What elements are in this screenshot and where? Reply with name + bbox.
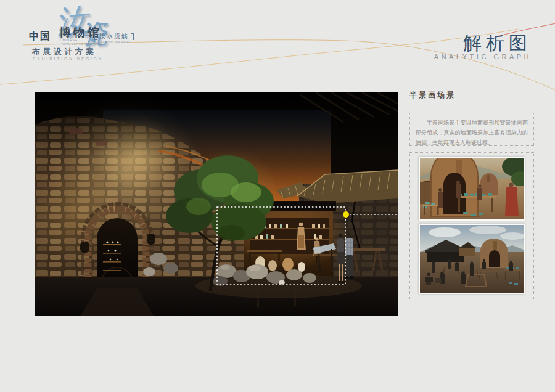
bracket-right (131, 33, 134, 40)
reference-image-workshop (419, 224, 525, 294)
logo-country: 中国 (29, 30, 51, 43)
logo-slogan: 汝水流觞 (94, 32, 134, 41)
leader-line-outer (398, 214, 409, 214)
logo-program-title-en: EXHIBITION DESIGN (33, 57, 104, 61)
main-render-image (35, 92, 398, 316)
page-title: 解析图 (347, 31, 532, 56)
logo-slogan-en: See from the water (99, 40, 130, 44)
marker-dot (343, 211, 349, 218)
page-subtitle: ANALYTIC GRAPH (347, 53, 532, 60)
bracket-left (94, 33, 97, 40)
reference-image-kiln (419, 157, 525, 221)
panel-section-title: 半景画场景 (409, 90, 456, 100)
description-box: 半景画场景主要以地面塑形和背景油画两部分组成，真实的地面场景加上富有渲染力的油画… (409, 113, 534, 146)
museum-logo: 汝 瓷 中国 博物馆 CHINESEPORCELAIN MUSEUM 汝水流觞 … (0, 0, 185, 68)
logo-program-title: 布展设计方案 (32, 47, 97, 57)
presentation-page: 汝 瓷 中国 博物馆 CHINESEPORCELAIN MUSEUM 汝水流觞 … (0, 0, 555, 392)
description-text: 半景画场景主要以地面塑形和背景油画两部分组成，真实的地面场景加上富有渲染力的油画… (416, 118, 528, 147)
reference-images-box (409, 152, 534, 300)
